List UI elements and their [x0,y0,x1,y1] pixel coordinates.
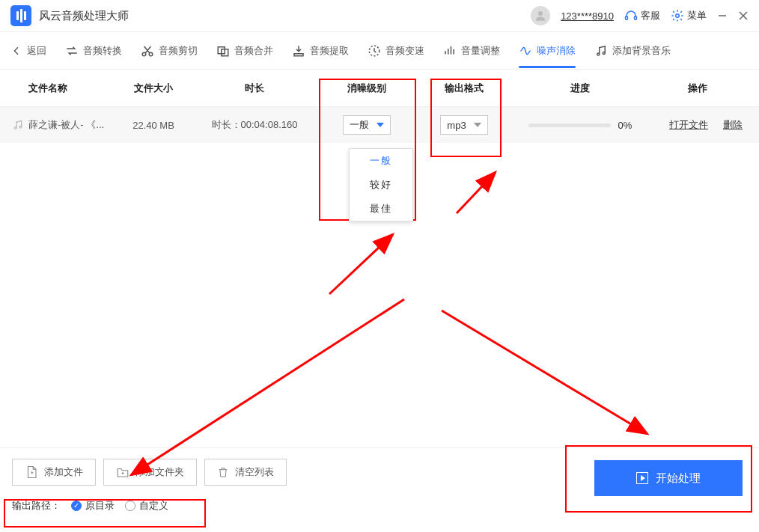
radio-original-dir[interactable]: 原目录 [71,499,115,513]
trash-icon [217,465,229,479]
header-format: 输出格式 [419,82,509,95]
level-selected: 一般 [350,118,369,132]
menu-button[interactable]: 菜单 [671,9,707,22]
svg-rect-1 [626,16,628,20]
output-path-label: 输出路径： [12,499,61,513]
volume-label: 音量调整 [461,44,500,58]
play-icon [636,472,648,484]
folder-add-icon [116,465,129,479]
customer-service-button[interactable]: 客服 [624,9,660,22]
denoise-label: 噪声消除 [537,44,576,58]
bgm-label: 添加背景音乐 [612,44,671,58]
svg-rect-2 [635,16,637,20]
svg-point-15 [19,126,22,128]
svg-point-12 [597,53,600,55]
speed-tab[interactable]: 音频变速 [368,44,424,58]
volume-tab[interactable]: 音量调整 [443,44,500,58]
avatar-icon[interactable] [531,6,550,25]
denoise-level-dropdown: 一般 较好 最佳 [349,148,413,221]
svg-point-14 [14,127,16,129]
denoise-level-select[interactable]: 一般 [343,115,391,135]
back-button[interactable]: 返回 [10,44,46,58]
output-format-select[interactable]: mp3 [440,115,487,135]
clear-list-label: 清空列表 [235,465,274,479]
table-row: 薛之谦-被人- 《... 22.40 MB 时长：00:04:08.160 一般… [0,107,759,143]
dropdown-option-normal[interactable]: 一般 [350,149,412,173]
music-file-icon [12,119,24,131]
svg-line-19 [329,234,393,294]
original-dir-label: 原目录 [85,499,115,513]
app-title: 风云音频处理大师 [39,9,129,23]
header-duration: 时长 [195,82,314,95]
bgm-tab[interactable]: 添加背景音乐 [594,44,671,58]
convert-tab[interactable]: 音频转换 [65,44,122,58]
annotation-arrow [449,165,505,221]
svg-point-0 [538,11,543,16]
menu-label: 菜单 [687,9,707,22]
dropdown-option-better[interactable]: 较好 [350,173,412,197]
extract-tab[interactable]: 音频提取 [292,44,349,58]
filesize-text: 22.40 MB [112,120,195,131]
extract-label: 音频提取 [310,44,349,58]
svg-line-23 [442,311,647,434]
start-label: 开始处理 [656,471,701,486]
cut-label: 音频剪切 [159,44,198,58]
start-process-button[interactable]: 开始处理 [594,460,743,496]
app-logo [10,5,31,26]
svg-point-13 [603,52,605,54]
user-id-link[interactable]: 123****8910 [561,10,614,22]
speed-label: 音频变速 [385,44,424,58]
close-button[interactable] [738,10,749,21]
svg-point-3 [676,14,680,18]
duration-text: 时长：00:04:08.160 [195,118,314,132]
file-add-icon [25,465,38,479]
svg-line-21 [457,172,496,213]
header-progress: 进度 [509,82,651,95]
add-file-label: 添加文件 [44,465,83,479]
format-selected: mp3 [447,120,466,131]
merge-label: 音频合并 [234,44,273,58]
chevron-down-icon [474,123,481,127]
header-size: 文件大小 [112,82,195,95]
header-operation: 操作 [651,82,759,95]
chevron-down-icon [377,123,384,127]
header-level: 消噪级别 [314,82,419,95]
filename-text: 薛之谦-被人- 《... [28,118,104,132]
cut-tab[interactable]: 音频剪切 [141,44,198,58]
convert-label: 音频转换 [83,44,122,58]
merge-tab[interactable]: 音频合并 [216,44,273,58]
open-file-link[interactable]: 打开文件 [669,118,708,132]
annotation-arrow [434,303,659,445]
service-label: 客服 [641,9,660,22]
add-file-button[interactable]: 添加文件 [12,459,96,486]
back-label: 返回 [27,44,46,58]
header-filename: 文件名称 [0,82,112,95]
radio-unchecked-icon [125,501,135,511]
radio-custom-dir[interactable]: 自定义 [125,499,168,513]
delete-link[interactable]: 删除 [723,118,743,132]
minimize-button[interactable] [717,10,728,21]
progress-percent: 0% [618,120,632,131]
progress-bar [528,123,611,127]
dropdown-option-best[interactable]: 最佳 [350,197,412,221]
custom-dir-label: 自定义 [139,499,168,513]
clear-list-button[interactable]: 清空列表 [204,459,287,486]
radio-checked-icon [71,501,82,511]
add-folder-label: 添加文件夹 [135,465,184,479]
denoise-tab[interactable]: 噪声消除 [519,44,576,58]
annotation-arrow [318,227,404,302]
add-folder-button[interactable]: 添加文件夹 [103,459,197,486]
